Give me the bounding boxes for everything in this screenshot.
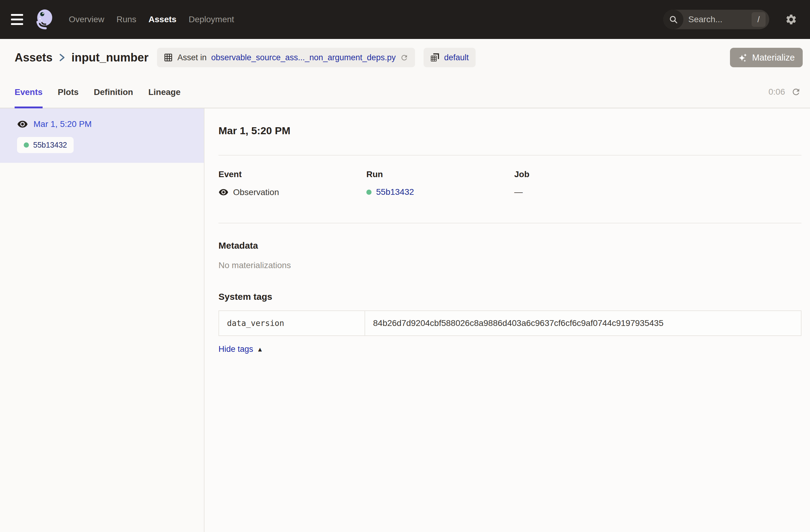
hide-tags-label: Hide tags [218,344,253,354]
sparkles-icon [738,53,748,62]
nav-item-deployment[interactable]: Deployment [189,15,234,25]
asset-tabs: Events Plots Definition Lineage 0:06 [0,76,810,108]
top-navigation-bar: Overview Runs Assets Deployment / [0,0,810,39]
divider [218,155,801,156]
dagster-logo-icon[interactable] [33,8,56,31]
tab-events[interactable]: Events [15,76,43,108]
system-tags-heading: System tags [218,292,801,302]
asset-badge-prefix: Asset in [177,53,207,62]
divider [218,223,801,223]
run-status-dot [366,190,372,195]
gear-icon[interactable] [785,13,797,26]
system-tags-table: data_version 84b26d7d9204cbf588026c8a988… [218,310,801,336]
chevron-right-icon [59,52,65,63]
tab-lineage[interactable]: Lineage [148,76,180,108]
asset-group-badge: default [424,48,475,67]
tab-plots[interactable]: Plots [58,76,79,108]
nav-item-assets[interactable]: Assets [148,15,177,25]
eye-icon [17,119,28,130]
event-column-header: Event [218,170,366,179]
tab-definition[interactable]: Definition [94,76,133,108]
tag-key-cell: data_version [219,311,365,336]
run-chip[interactable]: 55b13432 [17,137,74,153]
metadata-empty-text: No materializations [218,260,801,270]
event-list-item[interactable]: Mar 1, 5:20 PM 55b13432 [0,108,204,163]
search-input[interactable] [683,15,751,25]
event-list-sidebar: Mar 1, 5:20 PM 55b13432 [0,108,205,532]
page-title: input_number [71,51,148,64]
tag-value-cell: 84b26d7d9204cbf588026c8a9886d403a6c9637c… [365,311,801,336]
breadcrumb-assets-link[interactable]: Assets [15,51,53,64]
global-search[interactable]: / [663,10,769,29]
event-column: Event Observation [218,170,366,197]
primary-nav: Overview Runs Assets Deployment [69,15,234,25]
job-empty-value: — [514,187,523,197]
content-area: Mar 1, 5:20 PM 55b13432 Mar 1, 5:20 PM E… [0,108,810,532]
run-id-link[interactable]: 55b13432 [376,187,414,197]
hide-tags-link[interactable]: Hide tags ▲ [218,344,263,354]
event-summary-columns: Event Observation Run 55b13432 Job [218,170,801,197]
materialize-button-label: Materialize [752,53,795,63]
event-timestamp-link[interactable]: Mar 1, 5:20 PM [33,119,92,129]
run-status-dot [24,142,29,148]
asset-group-link[interactable]: default [444,53,469,62]
table-row: data_version 84b26d7d9204cbf588026c8a988… [219,311,801,336]
menu-icon[interactable] [11,13,27,26]
refresh-icon[interactable] [791,87,801,97]
metadata-heading: Metadata [218,240,801,251]
refresh-countdown: 0:06 [768,87,785,97]
run-column: Run 55b13432 [366,170,514,197]
refresh-icon[interactable] [400,53,408,62]
materialize-button[interactable]: Materialize [730,48,803,67]
job-column-header: Job [514,170,801,179]
search-shortcut-key: / [751,12,765,27]
event-detail-title: Mar 1, 5:20 PM [218,125,801,136]
eye-icon [218,187,228,197]
refresh-status: 0:06 [768,87,801,97]
asset-group-icon [430,53,439,62]
nav-item-overview[interactable]: Overview [69,15,104,25]
nav-item-runs[interactable]: Runs [116,15,136,25]
breadcrumb: Assets input_number [15,51,148,64]
event-detail-panel: Mar 1, 5:20 PM Event Observation Run 55b… [205,108,810,532]
asset-definition-badge: Asset in observable_source_ass..._non_ar… [157,48,415,67]
run-column-header: Run [366,170,514,179]
search-icon [663,10,683,29]
triangle-up-icon: ▲ [257,346,263,353]
table-grid-icon [164,53,173,62]
run-chip-label: 55b13432 [33,141,67,149]
page-header: Assets input_number Asset in observable_… [0,39,810,76]
job-column: Job — [514,170,801,197]
event-type-label: Observation [233,188,279,197]
asset-definition-link[interactable]: observable_source_ass..._non_argument_de… [211,53,395,62]
